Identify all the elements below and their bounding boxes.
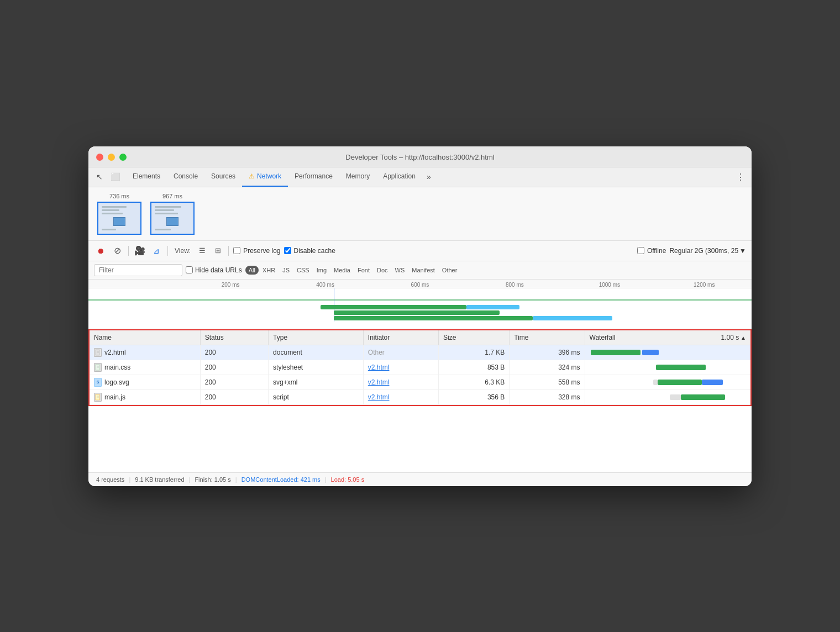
- tab-elements[interactable]: Elements: [126, 167, 167, 187]
- cell-size: 6.3 KB: [439, 375, 510, 389]
- throttle-select[interactable]: Regular 2G (300ms, 25 ▼: [669, 247, 746, 255]
- cell-name: main.js: [90, 389, 200, 404]
- record-button[interactable]: ⏺: [94, 244, 107, 257]
- col-status[interactable]: Status: [200, 330, 268, 345]
- cell-initiator: Other: [363, 345, 438, 360]
- tab-tool-icons: ↖ ⬜: [93, 170, 122, 183]
- tab-application[interactable]: Application: [376, 167, 422, 187]
- filmstrip-thumb-1[interactable]: [97, 202, 141, 235]
- table-row[interactable]: main.css 200 stylesheet v2.html 853 B 32…: [90, 360, 750, 375]
- filmstrip-thumb-2[interactable]: [150, 202, 195, 235]
- filter-type-img[interactable]: Img: [313, 266, 330, 275]
- grouped-view-button[interactable]: ⊞: [212, 245, 224, 257]
- filter-types: All XHR JS CSS Img Media Font Doc WS Man…: [245, 266, 461, 275]
- filter-type-manifest[interactable]: Manifest: [408, 266, 438, 275]
- col-waterfall[interactable]: Waterfall 1.00 s: [585, 330, 750, 345]
- requests-count: 4 requests: [96, 476, 124, 483]
- cell-status: 200: [200, 375, 268, 389]
- transferred-size: 9.1 KB transferred: [135, 476, 184, 483]
- filter-type-all[interactable]: All: [245, 266, 259, 275]
- toolbar-divider-2: [167, 246, 168, 256]
- tl-bar-v2html-blue: [466, 305, 519, 309]
- devtools-menu-button[interactable]: ⋮: [734, 170, 747, 183]
- js-icon: [94, 393, 102, 402]
- filter-button[interactable]: ⊿: [150, 244, 163, 257]
- finish-time: Finish: 1.05 s: [195, 476, 230, 483]
- cursor-icon[interactable]: ↖: [93, 170, 106, 183]
- cell-time: 324 ms: [510, 360, 585, 375]
- block-button[interactable]: ⊘: [111, 244, 124, 257]
- disable-cache-checkbox[interactable]: Disable cache: [284, 247, 335, 255]
- tl-bar-v2html-green: [321, 305, 466, 309]
- wf-green-bar: [591, 350, 641, 355]
- filmstrip-time-1: 736 ms: [109, 193, 129, 199]
- list-view-button[interactable]: ☰: [196, 245, 208, 257]
- table-header-row: Name Status Type Initiator Size Time Wat…: [90, 330, 750, 345]
- cell-waterfall: [585, 375, 750, 389]
- filter-type-doc[interactable]: Doc: [374, 266, 391, 275]
- tab-performance[interactable]: Performance: [288, 167, 339, 187]
- cell-status: 200: [200, 360, 268, 375]
- tick-0: [88, 282, 183, 288]
- tab-sources[interactable]: Sources: [204, 167, 242, 187]
- close-button[interactable]: [96, 154, 103, 161]
- col-time[interactable]: Time: [510, 330, 585, 345]
- tab-memory[interactable]: Memory: [339, 167, 376, 187]
- tl-bar-logosvg: [334, 316, 533, 320]
- hide-data-urls-checkbox[interactable]: Hide data URLs: [186, 266, 242, 274]
- filter-type-js[interactable]: JS: [279, 266, 293, 275]
- more-tabs-button[interactable]: »: [423, 169, 434, 185]
- col-initiator[interactable]: Initiator: [363, 330, 438, 345]
- table-row[interactable]: v2.html 200 document Other 1.7 KB 396 ms: [90, 345, 750, 360]
- cell-size: 853 B: [439, 360, 510, 375]
- filter-type-other[interactable]: Other: [439, 266, 461, 275]
- timeline-chart: [88, 288, 752, 322]
- wf-blue-bar: [642, 350, 659, 355]
- col-size[interactable]: Size: [439, 330, 510, 345]
- tl-bar-maincss: [334, 310, 500, 315]
- filter-input[interactable]: [94, 264, 182, 276]
- filter-type-css[interactable]: CSS: [293, 266, 313, 275]
- dcl-line: [88, 299, 752, 301]
- cell-initiator: v2.html: [363, 375, 438, 389]
- timeline-area: 200 ms 400 ms 600 ms 800 ms 1000 ms 1200…: [88, 280, 752, 329]
- offline-checkbox[interactable]: Offline: [637, 247, 666, 255]
- status-bar: 4 requests | 9.1 KB transferred | Finish…: [88, 472, 752, 486]
- cell-waterfall: [585, 360, 750, 375]
- filter-type-xhr[interactable]: XHR: [259, 266, 279, 275]
- filter-type-ws[interactable]: WS: [392, 266, 408, 275]
- wf-green-bar: [681, 394, 725, 400]
- filter-type-media[interactable]: Media: [330, 266, 354, 275]
- camera-button[interactable]: 🎥: [133, 244, 146, 257]
- col-name[interactable]: Name: [90, 330, 200, 345]
- wf-waiting-bar: [670, 394, 681, 400]
- filmstrip-item-2[interactable]: 967 ms: [150, 193, 195, 235]
- wf-green-bar: [656, 365, 706, 370]
- view-label: View:: [175, 247, 191, 255]
- filmstrip-item-1[interactable]: 736 ms: [97, 193, 141, 235]
- svg-icon: S: [94, 378, 102, 387]
- maximize-button[interactable]: [119, 154, 127, 161]
- tl-bar-logosvg-blue: [533, 316, 612, 320]
- cell-initiator: v2.html: [363, 360, 438, 375]
- requests-table: Name Status Type Initiator Size Time Wat…: [90, 330, 750, 405]
- filter-bar: Hide data URLs All XHR JS CSS Img Media …: [88, 261, 752, 280]
- load-time: Load: 5.05 s: [331, 476, 365, 483]
- device-icon[interactable]: ⬜: [108, 170, 122, 183]
- filmstrip-area: 736 ms 967 ms: [88, 187, 752, 241]
- tab-network[interactable]: ⚠ Network: [242, 167, 288, 187]
- cell-waterfall: [585, 345, 750, 360]
- cell-time: 558 ms: [510, 375, 585, 389]
- table-row[interactable]: S logo.svg 200 svg+xml v2.html 6.3 KB 55…: [90, 375, 750, 389]
- devtools-window: Developer Tools – http://localhost:3000/…: [88, 146, 752, 486]
- tab-console[interactable]: Console: [167, 167, 204, 187]
- cell-type: stylesheet: [269, 360, 364, 375]
- table-row[interactable]: main.js 200 script v2.html 356 B 328 ms: [90, 389, 750, 404]
- doc-icon: [94, 348, 102, 357]
- preserve-log-checkbox[interactable]: Preserve log: [233, 247, 280, 255]
- minimize-button[interactable]: [108, 154, 115, 161]
- cell-size: 1.7 KB: [439, 345, 510, 360]
- col-type[interactable]: Type: [269, 330, 364, 345]
- filter-type-font[interactable]: Font: [354, 266, 373, 275]
- warning-icon: ⚠: [249, 172, 255, 180]
